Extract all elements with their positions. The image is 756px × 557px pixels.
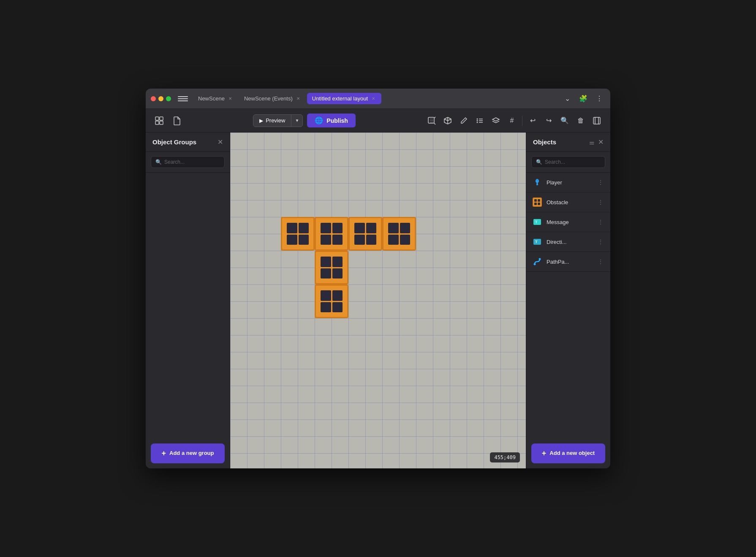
- chevron-down-icon[interactable]: ⌄: [561, 93, 573, 105]
- svg-rect-0: [155, 117, 159, 120]
- tab-newscene-events[interactable]: NewScene (Events) ✕: [239, 93, 306, 104]
- objects-search-box: 🔍: [531, 156, 605, 168]
- layout-icon[interactable]: [152, 114, 166, 127]
- main-content: Object Groups ✕ 🔍 + Add a new group: [146, 132, 610, 468]
- canvas-area[interactable]: 455;409: [230, 132, 526, 468]
- tab-newscene-label: NewScene: [198, 95, 225, 102]
- undo-icon[interactable]: ↩: [526, 114, 539, 127]
- obstacle-tile-1: [281, 217, 315, 251]
- object-item-player[interactable]: Player ⋮: [526, 173, 610, 192]
- object-groups-search-box: 🔍: [151, 156, 225, 168]
- title-bar: NewScene ✕ NewScene (Events) ✕ Untitled …: [146, 89, 610, 109]
- pathpa-icon: [531, 256, 543, 268]
- tab-newscene-events-close[interactable]: ✕: [295, 96, 301, 102]
- close-traffic-light[interactable]: [151, 96, 156, 101]
- plus-icon-objects: +: [542, 449, 547, 458]
- add-object-label: Add a new object: [549, 450, 595, 457]
- svg-point-7: [477, 122, 478, 123]
- object-groups-header: Object Groups ✕: [146, 132, 230, 152]
- pathpa-name: PathPa...: [547, 259, 593, 265]
- svg-point-19: [534, 263, 536, 265]
- svg-rect-2: [155, 121, 159, 124]
- tab-external-layout-label: Untitled external layout: [312, 95, 368, 102]
- object-item-pathpa[interactable]: PathPa... ⋮: [526, 252, 610, 272]
- preview-dropdown-icon[interactable]: ▼: [291, 116, 302, 125]
- right-panel: Objects ⚌ ✕ 🔍: [526, 132, 610, 468]
- svg-rect-3: [160, 121, 163, 124]
- directi-icon: T: [531, 236, 543, 248]
- cube-icon[interactable]: [441, 114, 454, 127]
- more-icon[interactable]: ⋮: [593, 93, 605, 105]
- add-group-label: Add a new group: [169, 450, 214, 457]
- object-item-obstacle[interactable]: Obstacle ⋮: [526, 192, 610, 212]
- directi-name: Directi...: [547, 239, 593, 245]
- player-menu-icon[interactable]: ⋮: [596, 178, 605, 187]
- pathpa-menu-icon[interactable]: ⋮: [596, 257, 605, 266]
- svg-rect-1: [160, 117, 163, 120]
- obstacle-tile-3: [348, 217, 382, 251]
- publish-button[interactable]: 🌐 Publish: [307, 114, 356, 127]
- obstacle-menu-icon[interactable]: ⋮: [596, 198, 605, 206]
- objects-header: Objects ⚌ ✕: [526, 132, 610, 152]
- play-icon: ▶: [259, 118, 263, 124]
- puzzle-icon[interactable]: 🧩: [577, 93, 589, 105]
- preview-button[interactable]: ▶ Preview: [253, 115, 291, 126]
- obstacle-tile-4: [382, 217, 416, 251]
- minimize-traffic-light[interactable]: [158, 96, 163, 101]
- object-groups-content: [146, 173, 230, 438]
- grid-icon[interactable]: #: [505, 114, 519, 127]
- player-icon: [531, 176, 543, 188]
- message-name: Message: [547, 219, 593, 225]
- tab-newscene[interactable]: NewScene ✕: [193, 93, 238, 104]
- obstacle-tile-2: [315, 217, 348, 251]
- svg-text:T: T: [535, 240, 538, 244]
- search-icon-objects: 🔍: [536, 159, 542, 165]
- svg-rect-11: [593, 117, 600, 124]
- object-groups-close[interactable]: ✕: [218, 139, 223, 146]
- obstacle-tile-6: [315, 284, 348, 318]
- list-icon[interactable]: [473, 114, 487, 127]
- svg-point-14: [536, 179, 538, 181]
- tab-external-layout-close[interactable]: ✕: [370, 96, 376, 102]
- svg-point-5: [477, 118, 478, 119]
- menu-icon[interactable]: [178, 94, 188, 104]
- file-icon[interactable]: [170, 114, 184, 127]
- tab-newscene-close[interactable]: ✕: [227, 96, 233, 102]
- maximize-traffic-light[interactable]: [166, 96, 171, 101]
- title-bar-actions: ⌄ 🧩 ⋮: [561, 93, 605, 105]
- redo-icon[interactable]: ↪: [542, 114, 555, 127]
- add-object-button[interactable]: + Add a new object: [531, 443, 605, 463]
- objects-search-wrap: 🔍: [526, 152, 610, 173]
- settings-icon[interactable]: [590, 114, 604, 127]
- globe-icon: 🌐: [315, 116, 323, 124]
- svg-text:T: T: [535, 220, 538, 224]
- object-item-message[interactable]: T Message ⋮: [526, 212, 610, 232]
- objects-close[interactable]: ✕: [598, 139, 604, 146]
- pencil-icon[interactable]: [457, 114, 470, 127]
- player-name: Player: [547, 179, 593, 186]
- zoom-icon[interactable]: 🔍: [558, 114, 571, 127]
- directi-menu-icon[interactable]: ⋮: [596, 238, 605, 246]
- tab-external-layout[interactable]: Untitled external layout ✕: [307, 93, 381, 104]
- object-item-directi[interactable]: T Directi... ⋮: [526, 232, 610, 252]
- objects-search-input[interactable]: [545, 159, 601, 165]
- toolbar-left: [152, 114, 184, 127]
- preview-label: Preview: [266, 117, 285, 124]
- object-groups-search-wrap: 🔍: [146, 152, 230, 173]
- search-icon: 🔍: [155, 159, 162, 165]
- toolbar: ▶ Preview ▼ 🌐 Publish: [146, 109, 610, 132]
- message-menu-icon[interactable]: ⋮: [596, 218, 605, 226]
- left-panel: Object Groups ✕ 🔍 + Add a new group: [146, 132, 230, 468]
- coordinates-display: 455;409: [490, 452, 520, 462]
- delete-icon[interactable]: 🗑: [574, 114, 587, 127]
- object-groups-title: Object Groups: [152, 138, 196, 146]
- objects-filter-icon[interactable]: ⚌: [589, 139, 595, 145]
- tabs-bar: NewScene ✕ NewScene (Events) ✕ Untitled …: [193, 93, 558, 104]
- 3d-view-icon[interactable]: [425, 114, 438, 127]
- app-window: NewScene ✕ NewScene (Events) ✕ Untitled …: [146, 89, 610, 468]
- layers-icon[interactable]: [489, 114, 503, 127]
- object-groups-search-input[interactable]: [164, 159, 220, 165]
- tab-newscene-events-label: NewScene (Events): [244, 95, 293, 102]
- svg-point-20: [539, 258, 541, 260]
- add-group-button[interactable]: + Add a new group: [151, 443, 225, 463]
